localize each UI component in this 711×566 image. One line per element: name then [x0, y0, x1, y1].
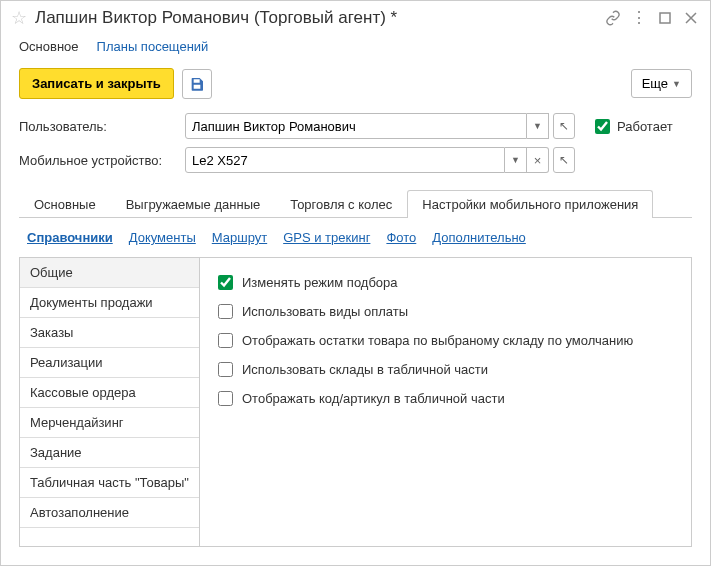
kebab-icon[interactable]: ⋮	[630, 9, 648, 27]
option-checkbox-0[interactable]	[218, 275, 233, 290]
tab-3[interactable]: Настройки мобильного приложения	[407, 190, 653, 218]
save-and-close-button[interactable]: Записать и закрыть	[19, 68, 174, 99]
window-title: Лапшин Виктор Романович (Торговый агент)…	[35, 8, 596, 28]
tab-0[interactable]: Основные	[19, 190, 111, 218]
option-label-3: Использовать склады в табличной части	[242, 362, 488, 377]
option-label-1: Использовать виды оплаты	[242, 304, 408, 319]
option-1[interactable]: Использовать виды оплаты	[214, 297, 677, 326]
close-icon[interactable]	[682, 9, 700, 27]
tab-2[interactable]: Торговля с колес	[275, 190, 407, 218]
link-icon[interactable]	[604, 9, 622, 27]
subtab-1[interactable]: Документы	[129, 230, 196, 245]
user-label: Пользователь:	[19, 119, 179, 134]
sideitem-4[interactable]: Кассовые ордера	[20, 378, 199, 408]
device-clear-button[interactable]: ×	[527, 147, 549, 173]
option-checkbox-1[interactable]	[218, 304, 233, 319]
subtab-0[interactable]: Справочники	[27, 230, 113, 245]
option-checkbox-2[interactable]	[218, 333, 233, 348]
side-menu: ОбщиеДокументы продажиЗаказыРеализацииКа…	[20, 258, 200, 546]
save-button[interactable]	[182, 69, 212, 99]
more-label: Еще	[642, 76, 668, 91]
sideitem-1[interactable]: Документы продажи	[20, 288, 199, 318]
svg-rect-0	[660, 13, 670, 23]
option-0[interactable]: Изменять режим подбора	[214, 268, 677, 297]
subtab-4[interactable]: Фото	[386, 230, 416, 245]
subtab-3[interactable]: GPS и трекинг	[283, 230, 370, 245]
maximize-icon[interactable]	[656, 9, 674, 27]
option-label-2: Отображать остатки товара по выбраному с…	[242, 333, 633, 348]
device-field[interactable]	[185, 147, 505, 173]
sub-tabs: СправочникиДокументыМаршрутGPS и трекинг…	[1, 218, 710, 253]
device-label: Мобильное устройство:	[19, 153, 179, 168]
option-3[interactable]: Использовать склады в табличной части	[214, 355, 677, 384]
user-dropdown-button[interactable]: ▼	[527, 113, 549, 139]
user-field[interactable]	[185, 113, 527, 139]
more-button[interactable]: Еще ▼	[631, 69, 692, 98]
nav-plans[interactable]: Планы посещений	[97, 39, 209, 54]
user-open-button[interactable]: ↗	[553, 113, 575, 139]
option-label-0: Изменять режим подбора	[242, 275, 398, 290]
star-icon[interactable]: ☆	[11, 7, 27, 29]
works-checkbox-wrap[interactable]: Работает	[591, 116, 673, 137]
option-4[interactable]: Отображать код/артикул в табличной части	[214, 384, 677, 413]
subtab-2[interactable]: Маршрут	[212, 230, 267, 245]
options-panel: Изменять режим подбораИспользовать виды …	[200, 258, 691, 546]
sideitem-3[interactable]: Реализации	[20, 348, 199, 378]
main-tabs: ОсновныеВыгружаемые данныеТорговля с кол…	[19, 189, 692, 218]
sideitem-0[interactable]: Общие	[20, 258, 199, 288]
sideitem-2[interactable]: Заказы	[20, 318, 199, 348]
option-checkbox-3[interactable]	[218, 362, 233, 377]
option-2[interactable]: Отображать остатки товара по выбраному с…	[214, 326, 677, 355]
tab-1[interactable]: Выгружаемые данные	[111, 190, 276, 218]
option-label-4: Отображать код/артикул в табличной части	[242, 391, 505, 406]
works-label: Работает	[617, 119, 673, 134]
sideitem-5[interactable]: Мерчендайзинг	[20, 408, 199, 438]
sideitem-8[interactable]: Автозаполнение	[20, 498, 199, 528]
device-open-button[interactable]: ↗	[553, 147, 575, 173]
chevron-down-icon: ▼	[672, 79, 681, 89]
works-checkbox[interactable]	[595, 119, 610, 134]
nav-current[interactable]: Основное	[19, 39, 79, 54]
subtab-5[interactable]: Дополнительно	[432, 230, 526, 245]
option-checkbox-4[interactable]	[218, 391, 233, 406]
device-dropdown-button[interactable]: ▼	[505, 147, 527, 173]
sideitem-7[interactable]: Табличная часть "Товары"	[20, 468, 199, 498]
sideitem-6[interactable]: Задание	[20, 438, 199, 468]
